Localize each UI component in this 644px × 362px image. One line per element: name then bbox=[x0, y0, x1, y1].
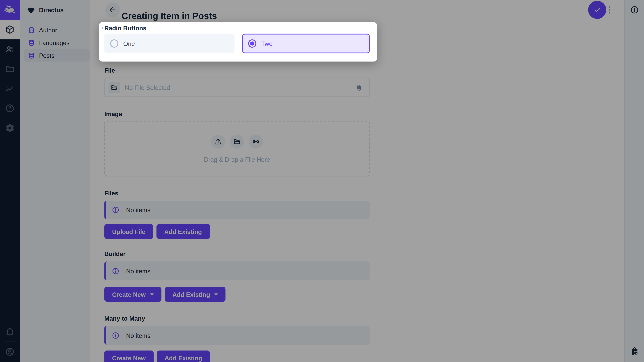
stage: Directus Author bbox=[0, 0, 644, 362]
edited-indicator-dot bbox=[102, 27, 103, 29]
radio-selected-icon bbox=[248, 39, 256, 48]
radio-option-label: One bbox=[123, 40, 135, 47]
radio-unselected-icon bbox=[110, 39, 118, 48]
directus-app: Directus Author bbox=[0, 0, 644, 362]
radio-option-label: Two bbox=[261, 40, 272, 47]
radio-option-one[interactable]: One bbox=[104, 34, 234, 53]
field-label: Radio Buttons bbox=[104, 25, 146, 32]
focused-field-radio-buttons: Radio Buttons One Two bbox=[99, 22, 377, 61]
radio-option-two[interactable]: Two bbox=[242, 34, 370, 53]
